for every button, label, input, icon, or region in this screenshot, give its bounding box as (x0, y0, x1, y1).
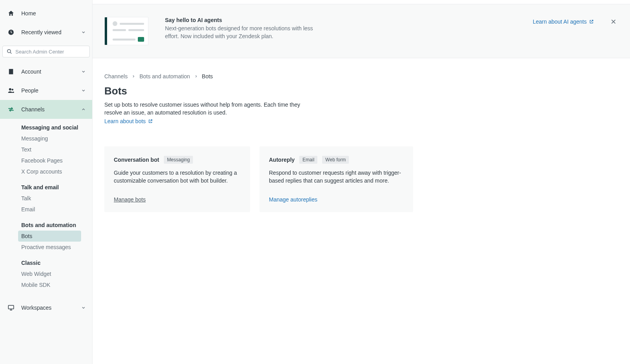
chevron-down-icon (81, 69, 86, 74)
svg-point-2 (9, 88, 11, 91)
banner-desc: Next-generation bots designed for more r… (165, 25, 319, 40)
nav-label: People (21, 87, 81, 94)
sub-section-bots-automation: Bots and automation Bots Proactive messa… (0, 216, 92, 254)
banner-ai-agents: Say hello to AI agents Next-generation b… (93, 4, 630, 58)
close-icon[interactable] (609, 17, 618, 26)
card-title: Autoreply (269, 157, 295, 163)
clock-icon (6, 29, 16, 36)
page-desc: Set up bots to resolve customer issues w… (104, 101, 305, 116)
link-manage-autoreplies[interactable]: Manage autoreplies (269, 196, 317, 203)
search-icon (7, 49, 12, 54)
desktop-icon (6, 304, 16, 311)
sub-item-facebook-pages[interactable]: Facebook Pages (18, 155, 92, 166)
chevron-right-icon (194, 74, 198, 78)
card-title: Conversation bot (114, 157, 159, 163)
link-learn-bots[interactable]: Learn about bots (104, 118, 153, 124)
tag-web-form: Web form (322, 156, 349, 164)
sub-section-messaging-social: Messaging and social Messaging Text Face… (0, 119, 92, 179)
sidebar: Home Recently viewed Account People (0, 0, 93, 364)
nav-channels[interactable]: Channels (0, 100, 92, 119)
svg-rect-4 (8, 305, 14, 309)
sub-item-messaging[interactable]: Messaging (18, 133, 92, 144)
sub-section-talk-email: Talk and email Talk Email (0, 179, 92, 216)
people-icon (6, 87, 16, 94)
external-link-icon (148, 119, 153, 124)
nav-label: Home (21, 10, 86, 17)
page-title: Bots (104, 85, 618, 97)
banner-text: Say hello to AI agents Next-generation b… (165, 17, 319, 40)
chevron-down-icon (81, 305, 86, 310)
main: Say hello to AI agents Next-generation b… (93, 0, 630, 364)
banner-title: Say hello to AI agents (165, 17, 319, 23)
sub-section-classic: Classic Web Widget Mobile SDK (0, 254, 92, 292)
nav-label: Recently viewed (21, 29, 81, 35)
sub-item-bots[interactable]: Bots (18, 231, 81, 242)
sub-item-talk[interactable]: Talk (18, 193, 92, 204)
crumb-bots: Bots (202, 73, 213, 79)
sub-item-x-corp[interactable]: X Corp accounts (18, 166, 92, 177)
external-link-icon (589, 19, 594, 24)
sub-heading: Classic (21, 256, 92, 268)
nav-account[interactable]: Account (0, 62, 92, 81)
tag-messaging: Messaging (164, 156, 193, 164)
search-container (0, 43, 92, 60)
crumb-bots-automation[interactable]: Bots and automation (139, 73, 190, 79)
sub-item-proactive-messages[interactable]: Proactive messages (18, 242, 92, 253)
card-desc: Guide your customers to a resolution by … (114, 169, 241, 185)
chevron-down-icon (81, 88, 86, 93)
breadcrumb: Channels Bots and automation Bots (104, 73, 618, 79)
chevron-down-icon (81, 30, 86, 35)
sub-item-web-widget[interactable]: Web Widget (18, 268, 92, 279)
sub-heading: Messaging and social (21, 120, 92, 133)
sub-item-text[interactable]: Text (18, 144, 92, 155)
banner-link-label: Learn about AI agents (533, 18, 587, 25)
nav-label: Channels (21, 106, 81, 113)
banner-link-learn[interactable]: Learn about AI agents (533, 18, 594, 25)
crumb-channels[interactable]: Channels (104, 73, 128, 79)
chevron-right-icon (132, 74, 135, 78)
nav-label: Account (21, 68, 81, 75)
sub-item-mobile-sdk[interactable]: Mobile SDK (18, 279, 92, 290)
card-autoreply: Autoreply Email Web form Respond to cust… (259, 146, 413, 212)
home-icon (6, 10, 16, 17)
tag-email: Email (299, 156, 317, 164)
nav-home[interactable]: Home (0, 4, 92, 23)
svg-point-3 (12, 89, 14, 91)
card-conversation-bot: Conversation bot Messaging Guide your cu… (104, 146, 250, 212)
nav-workspaces[interactable]: Workspaces (0, 298, 92, 317)
sub-item-email[interactable]: Email (18, 204, 92, 215)
svg-point-1 (7, 50, 11, 53)
nav-people[interactable]: People (0, 81, 92, 100)
sub-heading: Bots and automation (21, 218, 92, 231)
link-manage-bots[interactable]: Manage bots (114, 196, 146, 203)
card-desc: Respond to customer requests right away … (269, 169, 404, 185)
search-input[interactable] (15, 49, 85, 55)
nav-recently-viewed[interactable]: Recently viewed (0, 23, 92, 42)
cards: Conversation bot Messaging Guide your cu… (104, 146, 618, 212)
nav-label: Workspaces (21, 305, 81, 311)
building-icon (6, 68, 16, 75)
arrows-icon (6, 106, 16, 113)
search-input-wrap[interactable] (2, 46, 90, 57)
banner-thumb (104, 17, 148, 45)
link-label: Learn about bots (104, 118, 146, 124)
content: Channels Bots and automation Bots Bots S… (93, 58, 630, 224)
chevron-up-icon (81, 107, 86, 112)
sub-heading: Talk and email (21, 180, 92, 193)
